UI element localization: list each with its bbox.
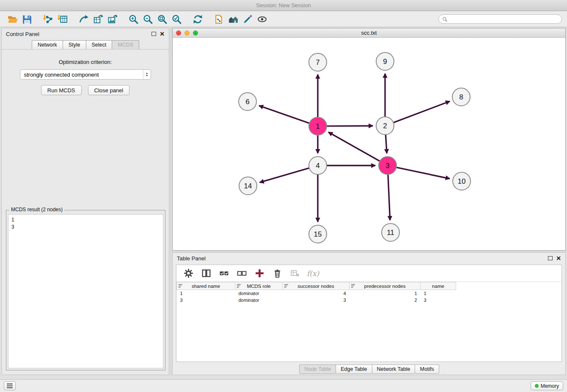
graph-edge-1-6[interactable] [259, 106, 309, 124]
tab-select[interactable]: Select [86, 40, 113, 49]
apply-style-button[interactable] [212, 13, 226, 25]
mcds-result-list[interactable]: 1 3 [8, 214, 163, 368]
task-history-button[interactable] [4, 381, 16, 390]
graph-node-label: 15 [314, 230, 322, 238]
graph-edge-3-10[interactable] [396, 167, 450, 179]
table-cell[interactable]: dominator [235, 297, 283, 304]
close-panel-button[interactable]: Close panel [88, 85, 130, 95]
control-panel-tabs: Network Style Select MCDS [2, 39, 169, 50]
unchecked-boxes-icon [237, 268, 247, 279]
open-file-button[interactable] [5, 13, 19, 25]
graph-node-9[interactable]: 9 [376, 52, 394, 70]
table-panel-tabs: Node Table Edge Table Network Table Moti… [173, 364, 565, 374]
annotation-brush-button[interactable] [240, 13, 255, 25]
run-mcds-button[interactable]: Run MCDS [41, 85, 82, 95]
float-panel-icon[interactable] [151, 32, 156, 36]
graph-node-4[interactable]: 4 [309, 157, 327, 174]
show-graphics-button[interactable] [255, 13, 269, 25]
graph-node-15[interactable]: 15 [309, 225, 327, 243]
graph-node-label: 8 [459, 93, 463, 101]
table-settings-button[interactable] [182, 267, 194, 280]
zoom-out-icon [143, 14, 153, 25]
new-network-button[interactable] [76, 13, 91, 25]
table-cell[interactable]: 4 [283, 290, 350, 297]
graph-canvas[interactable]: 7968124314101511 [173, 38, 565, 250]
graph-edge-3-1[interactable] [328, 132, 380, 161]
window-minimize-button[interactable]: − [184, 30, 190, 36]
table-cell[interactable]: 3 [283, 297, 350, 304]
function-builder-button[interactable]: f(x) [307, 269, 319, 278]
search-field[interactable] [438, 14, 562, 24]
delete-table-button[interactable] [289, 267, 301, 280]
criterion-dropdown[interactable]: strongly connected component ▲▼ [20, 69, 151, 80]
delete-row-button[interactable] [271, 267, 283, 280]
graph-node-10[interactable]: 10 [453, 172, 471, 190]
zoom-selected-icon [171, 14, 182, 25]
tab-network[interactable]: Network [32, 40, 63, 49]
table-cell[interactable]: 1 [177, 290, 235, 297]
table-cell[interactable]: 3 [421, 297, 456, 304]
tab-mcds[interactable]: MCDS [112, 40, 139, 49]
network-window-titlebar[interactable]: × − + scc.txt [173, 28, 565, 38]
graph-node-8[interactable]: 8 [452, 88, 470, 106]
column-header-name[interactable]: name [421, 282, 456, 290]
checked-boxes-icon [219, 268, 229, 279]
table-cell[interactable]: 2 [350, 297, 421, 304]
tab-edge-table[interactable]: Edge Table [336, 364, 372, 374]
clone-network-button[interactable] [91, 13, 105, 25]
tab-network-table[interactable]: Network Table [372, 364, 416, 374]
import-network-button[interactable] [41, 13, 55, 25]
table-row[interactable]: 3dominator323 [177, 297, 456, 304]
graph-node-1[interactable]: 1 [309, 117, 327, 135]
add-row-button[interactable] [253, 267, 265, 280]
close-panel-icon[interactable]: ✕ [160, 32, 165, 36]
float-table-panel-icon[interactable] [548, 256, 553, 260]
show-columns-button[interactable] [200, 267, 212, 280]
table-row[interactable]: 1dominator411 [177, 290, 456, 297]
save-session-button[interactable] [19, 13, 34, 25]
memory-button[interactable]: Memory [531, 381, 563, 390]
graph-edge-2-8[interactable] [394, 101, 450, 122]
tab-motifs[interactable]: Motifs [415, 364, 439, 374]
zoom-selected-button[interactable] [169, 13, 184, 25]
brush-icon [242, 14, 253, 25]
table-cell[interactable]: dominator [235, 290, 283, 297]
import-table-button[interactable] [55, 13, 69, 25]
graph-node-6[interactable]: 6 [239, 93, 256, 110]
zoom-fit-button[interactable] [155, 13, 169, 25]
column-header-successor-nodes[interactable]: successor nodes [283, 282, 350, 290]
tab-node-table[interactable]: Node Table [299, 364, 336, 374]
export-image-button[interactable] [105, 13, 119, 25]
eye-icon [257, 14, 267, 25]
table-cell[interactable]: 1 [421, 290, 456, 297]
graph-node-3[interactable]: 3 [379, 157, 396, 174]
zoom-in-button[interactable] [126, 13, 140, 25]
graph-edge-4-14[interactable] [260, 168, 309, 182]
graph-edge-2-3[interactable] [385, 135, 387, 153]
network-canvas[interactable]: 7968124314101511 [173, 38, 565, 250]
deselect-all-button[interactable] [236, 267, 248, 280]
tab-style[interactable]: Style [63, 40, 86, 49]
table-cell[interactable]: 3 [177, 297, 235, 304]
select-all-button[interactable] [218, 267, 230, 280]
table-cell[interactable]: 1 [350, 290, 421, 297]
first-neighbors-button[interactable] [226, 13, 240, 25]
status-bar: Memory [0, 379, 567, 392]
graph-edge-1-2[interactable] [327, 126, 373, 126]
close-table-panel-icon[interactable]: ✕ [556, 256, 561, 260]
column-header-shared-name[interactable]: shared name [177, 282, 235, 290]
graph-node-2[interactable]: 2 [376, 117, 394, 135]
window-close-button[interactable]: × [176, 30, 181, 36]
graph-node-11[interactable]: 11 [382, 224, 399, 241]
window-zoom-button[interactable]: + [193, 30, 198, 36]
graph-node-7[interactable]: 7 [309, 53, 327, 71]
column-header-mcds-role[interactable]: MCDS role [235, 282, 283, 290]
column-header-predecessor-nodes[interactable]: predecessor nodes [350, 282, 421, 290]
zoom-out-button[interactable] [140, 13, 155, 25]
graph-node-14[interactable]: 14 [239, 177, 257, 195]
node-table: shared name MCDS role successor nodes [176, 282, 456, 304]
graph-edge-3-11[interactable] [388, 174, 390, 220]
search-input[interactable] [450, 16, 558, 22]
refresh-button[interactable] [190, 13, 205, 25]
mcds-result-line: 1 [11, 216, 160, 224]
